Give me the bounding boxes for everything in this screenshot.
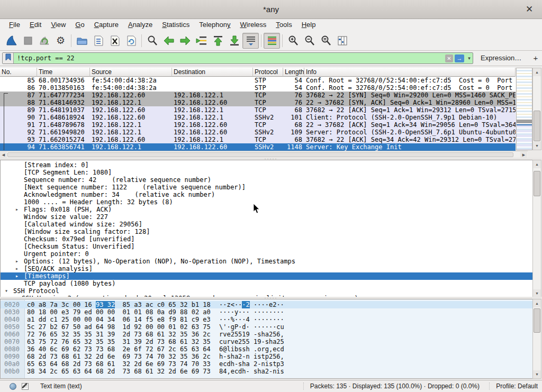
hex-row-0030[interactable]: 003080 18 00 e3 79 ed 00 00 01 01 08 0a …	[1, 308, 532, 316]
detail-line[interactable]: Acknowledgment number: 34 (relative ack …	[1, 191, 532, 198]
filter-bookmark-button[interactable]	[3, 53, 14, 63]
detail-line[interactable]: [Checksum Status: Unverified]	[1, 243, 532, 250]
zoom-in-button[interactable]	[285, 33, 301, 49]
filter-apply-icon[interactable]: →	[455, 54, 464, 62]
go-first-packet-button[interactable]	[210, 33, 226, 49]
hex-row-0060[interactable]: 006072 76 65 32 35 35 31 39 2d 73 68 61 …	[1, 331, 532, 338]
filter-history-dropdown-icon[interactable]: ▾	[466, 56, 473, 61]
packet-row-93[interactable]: 9371.662015274192.168.122.60192.168.122.…	[0, 136, 516, 143]
find-packet-button[interactable]	[144, 33, 160, 49]
packet-list-hscrollbar[interactable]: ◀ ▶	[0, 151, 528, 158]
column-header-destination[interactable]: Destination	[172, 68, 253, 77]
menu-go[interactable]: Go	[70, 19, 89, 31]
expression-button[interactable]: Expression…	[481, 52, 521, 64]
packet-row-90[interactable]: 9071.648618924192.168.122.60192.168.122.…	[0, 114, 516, 121]
stop-capture-button[interactable]	[20, 33, 36, 49]
detail-line[interactable]: ▸Flags: 0x018 (PSH, ACK)	[1, 206, 532, 213]
menu-help[interactable]: Help	[297, 19, 321, 31]
packet-row-87[interactable]: 8771.647777234192.168.122.60192.168.122.…	[0, 92, 516, 99]
display-filter-field[interactable]: ✕ → ▾	[2, 52, 473, 64]
display-filter-input[interactable]	[14, 53, 445, 63]
close-file-button[interactable]	[106, 33, 123, 49]
packet-row-94[interactable]: 9471.663856741192.168.122.1192.168.122.6…	[0, 143, 516, 151]
scroll-down-icon[interactable]: ▼	[533, 370, 541, 378]
menu-edit[interactable]: Edit	[25, 19, 46, 31]
column-header-no[interactable]: No.	[0, 68, 37, 77]
go-to-packet-button[interactable]	[193, 33, 210, 49]
detail-vscrollbar[interactable]: ▲ ▼	[532, 160, 541, 298]
detail-line[interactable]: Checksum: 0x79ed [unverified]	[1, 235, 532, 243]
resize-columns-button[interactable]	[334, 33, 350, 49]
column-header-time[interactable]: Time	[37, 68, 90, 77]
hex-row-0070[interactable]: 007063 75 72 76 65 32 35 35 31 39 2d 73 …	[1, 338, 532, 345]
capture-options-button[interactable]: ⚙	[52, 33, 69, 49]
hex-row-0080[interactable]: 008036 40 6c 69 62 73 73 68 2e 6f 72 67 …	[1, 345, 532, 353]
capture-comment-icon[interactable]	[22, 383, 29, 390]
hex-row-0050[interactable]: 00505c 27 b2 67 50 ad 64 98 1d 92 00 00 …	[1, 323, 532, 331]
detail-line[interactable]: TCP payload (1080 bytes)	[1, 280, 532, 287]
save-file-button[interactable]	[90, 33, 106, 49]
hex-row-00a0[interactable]: 00a065 63 64 68 2d 73 68 61 32 2d 6e 69 …	[1, 360, 532, 368]
filter-clear-icon[interactable]: ✕	[445, 54, 453, 62]
hex-row-00b0[interactable]: 00b038 34 2c 65 63 64 68 2d 73 68 61 32 …	[1, 368, 532, 375]
detail-line[interactable]: Window size value: 227	[1, 213, 532, 221]
detail-line[interactable]: [Window size scaling factor: 128]	[1, 228, 532, 235]
go-back-button[interactable]	[160, 33, 177, 49]
detail-line[interactable]: 1000 .... = Header Length: 32 bytes (8)	[1, 198, 532, 206]
start-capture-button[interactable]	[3, 33, 20, 49]
menu-analyze[interactable]: Analyze	[123, 19, 157, 31]
detail-line[interactable]: [TCP Segment Len: 1080]	[1, 169, 532, 176]
detail-line[interactable]: [Calculated window size: 29056]	[1, 221, 532, 228]
menu-view[interactable]: View	[46, 19, 70, 31]
column-header-protocol[interactable]: Protocol	[253, 68, 283, 77]
detail-line[interactable]: ▸[SEQ/ACK analysis]	[1, 265, 532, 272]
detail-line[interactable]: ▾SSH Protocol	[1, 287, 532, 295]
menu-tools[interactable]: Tools	[271, 19, 296, 31]
packet-row-88[interactable]: 8871.648146932192.168.122.1192.168.122.6…	[0, 99, 516, 106]
scroll-thumb[interactable]	[7, 152, 513, 157]
add-filter-button[interactable]: +	[531, 52, 540, 64]
zoom-original-button[interactable]	[318, 33, 334, 49]
intelligent-scrollbar-minimap[interactable]	[516, 68, 532, 150]
hex-row-0090[interactable]: 009068 2d 73 68 61 32 2d 6e 69 73 74 70 …	[1, 353, 532, 360]
detail-line[interactable]: Urgent pointer: 0	[1, 250, 532, 258]
go-last-packet-button[interactable]	[226, 33, 242, 49]
colorize-packets-button[interactable]	[264, 33, 280, 49]
scroll-up-icon[interactable]: ▲	[533, 68, 541, 76]
open-file-button[interactable]	[74, 33, 90, 49]
detail-line[interactable]: [Stream index: 0]	[1, 161, 532, 169]
hex-row-0040[interactable]: 0040a1 dd c1 25 00 00 04 34 06 14 f5 e8 …	[1, 316, 532, 323]
scroll-down-icon[interactable]: ▼	[533, 289, 541, 297]
scroll-right-icon[interactable]: ▶	[520, 152, 527, 158]
go-forward-button[interactable]	[177, 33, 193, 49]
close-window-icon[interactable]: ✕	[523, 0, 536, 19]
packet-list-vscrollbar[interactable]: ▲ ▼	[532, 68, 541, 150]
packet-row-85[interactable]: 8568.001734936fe:54:00:d4:38:2aSTP54Conf…	[0, 77, 516, 84]
menu-wireless[interactable]: Wireless	[236, 19, 272, 31]
packet-row-92[interactable]: 9271.661949820192.168.122.1192.168.122.6…	[0, 129, 516, 136]
scroll-thumb[interactable]	[534, 308, 540, 333]
column-header-source[interactable]: Source	[90, 68, 172, 77]
detail-line[interactable]: ▸Options: (12 bytes), No-Operation (NOP)…	[1, 258, 532, 265]
menu-statistics[interactable]: Statistics	[157, 19, 194, 31]
column-header-length[interactable]: Length	[283, 68, 304, 77]
column-header-info[interactable]: Info	[304, 68, 516, 77]
reload-file-button[interactable]	[123, 33, 139, 49]
packet-row-86[interactable]: 8670.013850163fe:54:00:d4:38:2aSTP54Conf…	[0, 84, 516, 92]
packet-row-91[interactable]: 9171.648789678192.168.122.1192.168.122.6…	[0, 121, 516, 129]
scroll-left-icon[interactable]: ◀	[0, 152, 7, 158]
menu-file[interactable]: File	[4, 19, 25, 31]
hex-vscrollbar[interactable]: ▲ ▼	[532, 299, 541, 379]
detail-line[interactable]: ▸[Timestamps]	[1, 272, 532, 280]
scroll-up-icon[interactable]: ▲	[533, 160, 541, 168]
auto-scroll-button[interactable]	[242, 33, 259, 49]
scroll-thumb[interactable]	[534, 111, 540, 141]
expert-info-icon[interactable]	[10, 383, 16, 390]
profile-status[interactable]: Profile: Default	[489, 382, 538, 390]
detail-line[interactable]: [Next sequence number: 1122 (relative se…	[1, 184, 532, 191]
menu-telephony[interactable]: Telephony	[194, 19, 235, 31]
title-bar[interactable]: *any ✕	[0, 0, 542, 19]
zoom-out-button[interactable]	[301, 33, 318, 49]
restart-capture-button[interactable]	[36, 33, 52, 49]
scroll-up-icon[interactable]: ▲	[533, 299, 541, 307]
